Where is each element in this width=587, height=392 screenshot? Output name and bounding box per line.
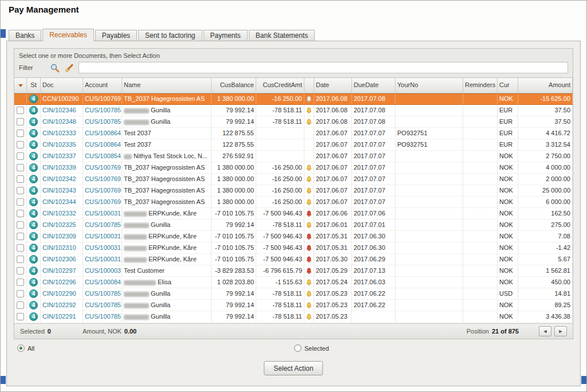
tab-payments[interactable]: Payments bbox=[204, 30, 248, 41]
doc-link[interactable]: CIN/102335 bbox=[42, 141, 76, 148]
column-header-dueDate[interactable]: DueDate bbox=[352, 78, 396, 93]
table-row[interactable]: 4CIN/102348CUS/100785Gunilla79 992.14-78… bbox=[14, 116, 573, 128]
row-checkbox[interactable] bbox=[17, 187, 24, 194]
tab-payables[interactable]: Payables bbox=[95, 30, 137, 41]
row-checkbox[interactable] bbox=[17, 175, 24, 183]
tab-sent-to-factoring[interactable]: Sent to factoring bbox=[138, 30, 202, 41]
tab-banks[interactable]: Banks bbox=[9, 30, 41, 41]
radio-all[interactable]: All bbox=[17, 344, 34, 352]
doc-link[interactable]: CIN/102309 bbox=[42, 233, 76, 240]
table-row[interactable]: 4CIN/102344CUS/100769TB_2037 Hagegrossis… bbox=[14, 197, 573, 208]
account-link[interactable]: CUS/100031 bbox=[85, 256, 121, 262]
doc-link[interactable]: CIN/102333 bbox=[42, 130, 76, 136]
row-checkbox[interactable] bbox=[17, 301, 24, 309]
table-row[interactable]: 4CIN/102310CUS/100031ERPKunde, Kåre-7 01… bbox=[14, 242, 573, 254]
row-checkbox[interactable] bbox=[17, 313, 24, 320]
doc-link[interactable]: CIN/102310 bbox=[42, 244, 76, 251]
row-checkbox[interactable] bbox=[17, 164, 24, 171]
table-row[interactable]: 4CIN/102339CUS/100769TB_2037 Hagegrossis… bbox=[14, 162, 573, 174]
row-checkbox[interactable] bbox=[17, 152, 24, 160]
table-row[interactable]: 4CIN/102290CUS/100785Gunilla79 992.14-78… bbox=[14, 288, 573, 300]
account-link[interactable]: CUS/100769 bbox=[85, 198, 121, 205]
doc-link[interactable]: CIN/102342 bbox=[42, 175, 76, 182]
account-link[interactable]: CUS/100785 bbox=[85, 313, 121, 320]
doc-link[interactable]: CIN/102343 bbox=[42, 187, 76, 194]
radio-selected[interactable]: Selected bbox=[294, 344, 329, 352]
tab-receivables[interactable]: Receivables bbox=[42, 29, 93, 41]
account-link[interactable]: CUS/100769 bbox=[85, 164, 121, 171]
doc-link[interactable]: CCN/100290 bbox=[42, 95, 79, 102]
account-link[interactable]: CUS/100031 bbox=[85, 244, 121, 251]
column-header-doc[interactable]: Doc bbox=[41, 78, 83, 93]
row-checkbox[interactable] bbox=[17, 290, 24, 297]
column-header-reminders[interactable]: Reminders bbox=[463, 78, 498, 93]
account-link[interactable]: CUS/100031 bbox=[85, 210, 121, 217]
account-link[interactable]: CUS/100864 bbox=[85, 130, 121, 136]
table-row[interactable]: 4CIN/102309CUS/100031ERPKunde, Kåre-7 01… bbox=[14, 231, 573, 242]
doc-link[interactable]: CIN/102291 bbox=[42, 313, 76, 320]
search-icon[interactable] bbox=[50, 63, 60, 73]
table-row[interactable]: 4CIN/102343CUS/100769TB_2037 Hagegrossis… bbox=[14, 185, 573, 197]
table-row[interactable]: 4CIN/102297CUS/100003Test Customer-3 829… bbox=[14, 265, 573, 277]
select-action-button[interactable]: Select Action bbox=[264, 361, 323, 375]
row-checkbox[interactable] bbox=[17, 130, 24, 137]
doc-link[interactable]: CIN/102325 bbox=[42, 221, 76, 228]
row-checkbox[interactable] bbox=[17, 256, 24, 263]
filter-input[interactable] bbox=[79, 62, 568, 73]
doc-link[interactable]: CIN/102290 bbox=[42, 290, 76, 297]
row-checkbox[interactable] bbox=[17, 244, 24, 252]
account-link[interactable]: CUS/100769 bbox=[85, 95, 121, 102]
column-header-cusCreditAmt[interactable]: CusCreditAmt bbox=[256, 78, 304, 93]
account-link[interactable]: CUS/100003 bbox=[85, 267, 121, 274]
doc-link[interactable]: CIN/102344 bbox=[42, 198, 76, 205]
doc-link[interactable]: CIN/102332 bbox=[42, 210, 76, 217]
clear-filter-icon[interactable] bbox=[64, 63, 74, 73]
row-checkbox[interactable] bbox=[17, 141, 24, 148]
table-row[interactable]: 4CIN/102333CUS/100864Test 2037122 875.55… bbox=[14, 128, 573, 139]
doc-link[interactable]: CIN/102292 bbox=[42, 301, 76, 308]
column-header-amount[interactable]: Amount bbox=[518, 78, 573, 93]
row-checkbox[interactable] bbox=[17, 107, 24, 114]
column-header-cur[interactable]: Cur bbox=[498, 78, 518, 93]
doc-link[interactable]: CIN/102297 bbox=[42, 267, 76, 274]
column-header-select[interactable] bbox=[14, 78, 27, 93]
doc-link[interactable]: CIN/102348 bbox=[42, 118, 76, 125]
table-row[interactable]: 4CIN/102306CUS/100031ERPKunde, Kåre-7 01… bbox=[14, 254, 573, 265]
account-link[interactable]: CUS/100769 bbox=[85, 175, 121, 182]
column-header-bell[interactable] bbox=[304, 78, 314, 93]
tab-bank-statements[interactable]: Bank Statements bbox=[249, 30, 315, 41]
row-checkbox[interactable] bbox=[17, 210, 24, 217]
account-link[interactable]: CUS/100864 bbox=[85, 141, 121, 148]
account-link[interactable]: CUS/100854 bbox=[85, 152, 121, 159]
doc-link[interactable]: CIN/102339 bbox=[42, 164, 76, 171]
doc-link[interactable]: CIN/102346 bbox=[42, 107, 76, 113]
row-checkbox[interactable] bbox=[17, 279, 24, 286]
table-row[interactable]: 4CIN/102346CUS/100785Gunilla79 992.14-78… bbox=[14, 105, 573, 116]
account-link[interactable]: CUS/100785 bbox=[85, 301, 121, 308]
row-checkbox[interactable] bbox=[17, 198, 24, 206]
account-link[interactable]: CUS/100785 bbox=[85, 107, 121, 113]
prev-page-button[interactable]: ◄ bbox=[539, 326, 551, 336]
table-row[interactable]: 4CIN/102337CUS/100854Nithya Test Stock L… bbox=[14, 151, 573, 162]
doc-link[interactable]: CIN/102306 bbox=[42, 256, 76, 262]
table-row[interactable]: 4CCN/100290CUS/100769TB_2037 Hagegrossis… bbox=[14, 93, 573, 105]
table-row[interactable]: 4CIN/102335CUS/100864Test 2037122 875.55… bbox=[14, 139, 573, 151]
table-row[interactable]: 4CIN/102292CUS/100785Gunilla79 992.14-78… bbox=[14, 300, 573, 311]
table-row[interactable]: 4CIN/102332CUS/100031ERPKunde, Kåre-7 01… bbox=[14, 208, 573, 219]
column-header-name[interactable]: Name bbox=[122, 78, 212, 93]
account-link[interactable]: CUS/100785 bbox=[85, 221, 121, 228]
row-checkbox[interactable] bbox=[17, 118, 24, 126]
next-page-button[interactable]: ► bbox=[554, 326, 567, 336]
doc-link[interactable]: CIN/102296 bbox=[42, 279, 76, 285]
table-row[interactable]: 4CIN/102342CUS/100769TB_2037 Hagegrossis… bbox=[14, 174, 573, 185]
table-row[interactable]: 4CIN/102325CUS/100785Gunilla79 992.14-78… bbox=[14, 219, 573, 231]
account-link[interactable]: CUS/100769 bbox=[85, 187, 121, 194]
account-link[interactable]: CUS/100785 bbox=[85, 118, 121, 125]
account-link[interactable]: CUS/100084 bbox=[85, 279, 121, 285]
account-link[interactable]: CUS/100785 bbox=[85, 290, 121, 297]
row-checkbox[interactable] bbox=[17, 267, 24, 275]
row-checkbox[interactable] bbox=[17, 221, 24, 229]
column-header-st[interactable]: St bbox=[27, 78, 41, 93]
table-row[interactable]: 4CIN/102291CUS/100785Gunilla79 992.14-78… bbox=[14, 311, 573, 323]
doc-link[interactable]: CIN/102337 bbox=[42, 152, 76, 159]
